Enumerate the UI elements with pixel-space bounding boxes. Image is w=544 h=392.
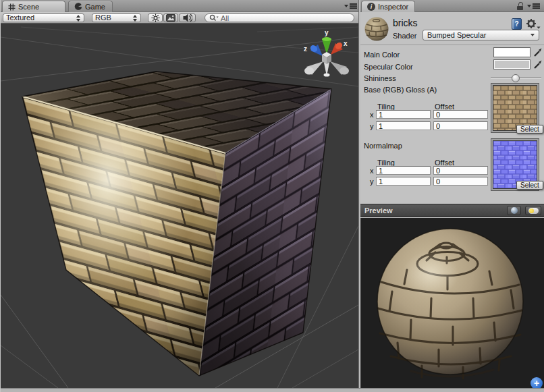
tab-inspector-label: Inspector: [378, 3, 408, 11]
normal-tiling-y-field[interactable]: [376, 177, 431, 186]
material-preview-icon: [364, 16, 389, 42]
render-mode-dropdown[interactable]: Textured: [3, 13, 84, 22]
normal-offset-y-field[interactable]: [433, 177, 488, 186]
scene-viewport[interactable]: y x z: [1, 24, 358, 388]
help-icon[interactable]: ?: [512, 18, 522, 30]
tab-game-label: Game: [85, 3, 105, 11]
sphere-mode-icon: [511, 207, 518, 214]
pane-dropdown-icon: [344, 5, 348, 7]
gear-menu-button[interactable]: [526, 18, 541, 30]
search-icon: [209, 14, 219, 22]
shader-label: Shader: [393, 32, 416, 40]
specular-color-eyedropper[interactable]: [533, 59, 543, 69]
scene-skybox-toggle[interactable]: [163, 13, 178, 22]
tab-inspector[interactable]: i Inspector: [361, 1, 415, 12]
updown-arrows-icon: [132, 15, 138, 22]
scene-lighting-toggle[interactable]: [148, 13, 163, 22]
main-color-label: Main Color: [364, 51, 400, 59]
base-map-label: Base (RGB) Gloss (A): [364, 86, 437, 94]
pane-menu-icon: [350, 3, 357, 9]
shininess-label: Shininess: [364, 74, 396, 83]
main-color-swatch[interactable]: [493, 47, 531, 57]
lock-body: [517, 6, 523, 10]
preview-sphere-canvas: [361, 218, 544, 388]
scene-pane-menu[interactable]: [344, 3, 357, 9]
preview-viewport[interactable]: +: [360, 218, 544, 388]
specular-color-swatch[interactable]: [493, 59, 531, 69]
scene-pane: Scene Game Textured RGB: [1, 0, 358, 388]
scene-audio-toggle[interactable]: [179, 13, 196, 22]
tab-scene[interactable]: Scene: [2, 1, 65, 12]
inspector-lock-toggle[interactable]: [516, 2, 524, 11]
unity-editor-window: Scene Game Textured RGB: [0, 0, 544, 392]
info-icon: i: [367, 3, 375, 11]
normal-offset-x-field[interactable]: [433, 166, 488, 175]
preview-light-toggle-button[interactable]: [525, 206, 541, 215]
game-icon: [74, 3, 82, 11]
inspector-pane: i Inspector: [360, 0, 544, 388]
gizmo-y-label: y: [325, 29, 329, 36]
inspector-pane-menu[interactable]: [527, 3, 540, 9]
shader-dropdown[interactable]: Bumped Specular: [423, 30, 539, 40]
base-tiling-y-field[interactable]: [376, 121, 431, 130]
base-offset-y-field[interactable]: [433, 121, 488, 130]
normalmap-label: Normalmap: [364, 142, 402, 150]
header-separator: [360, 45, 544, 45]
updown-arrows-icon: [76, 15, 81, 22]
material-name: bricks: [393, 18, 418, 28]
base-texture-select-button[interactable]: Select: [516, 125, 543, 134]
base-row-y-label: y: [370, 122, 374, 131]
scene-grid-icon: [8, 3, 16, 11]
normal-row-y-label: y: [370, 177, 374, 186]
shininess-slider[interactable]: [491, 74, 541, 83]
normal-tiling-x-field[interactable]: [376, 166, 431, 175]
gizmo-x-label: x: [344, 40, 348, 47]
specular-color-label: Specular Color: [364, 63, 413, 72]
normalmap-select-button[interactable]: Select: [516, 181, 543, 190]
pane-menu-icon: [533, 3, 540, 9]
gear-dropdown-caret: [537, 27, 541, 29]
shader-value: Bumped Specular: [427, 31, 531, 39]
sun-icon: [151, 13, 160, 22]
dropdown-caret-icon: [531, 34, 535, 36]
base-offset-x-field[interactable]: [433, 110, 488, 119]
normal-row-x-label: x: [370, 167, 374, 175]
gear-icon: [526, 19, 536, 28]
tab-game[interactable]: Game: [68, 1, 113, 12]
base-row-x-label: x: [370, 111, 374, 119]
gizmo-z-label: z: [304, 45, 307, 53]
color-mode-dropdown[interactable]: RGB: [92, 13, 141, 22]
pane-dropdown-icon: [527, 5, 531, 7]
tab-scene-label: Scene: [18, 3, 39, 11]
preview-sphere-mode-button[interactable]: [507, 206, 521, 215]
scene-toolbar: Textured RGB: [1, 12, 358, 24]
render-mode-value: Textured: [6, 14, 73, 22]
main-color-eyedropper[interactable]: [533, 47, 543, 57]
image-icon: [166, 14, 175, 22]
preview-title: Preview: [364, 206, 393, 215]
speaker-icon: [183, 13, 192, 22]
color-mode-value: RGB: [95, 14, 130, 22]
scene-search-field[interactable]: All: [205, 13, 354, 22]
light-toggle-icon: [528, 208, 539, 214]
base-tiling-x-field[interactable]: [376, 110, 431, 119]
window-bottom-edge: [1, 388, 544, 392]
search-text: All: [221, 14, 229, 22]
slider-thumb[interactable]: [512, 74, 520, 82]
